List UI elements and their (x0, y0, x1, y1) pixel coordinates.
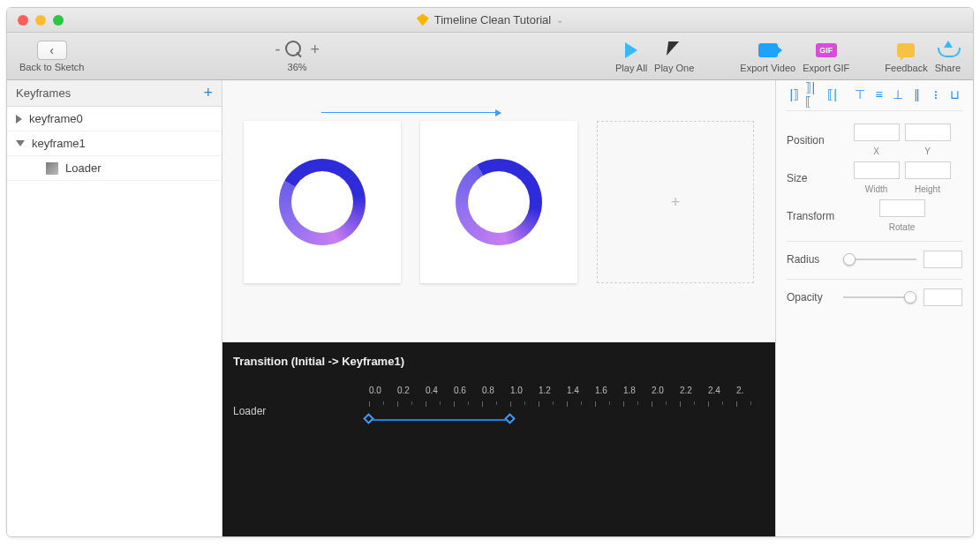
chevron-left-icon: ‹ (49, 43, 54, 57)
sidebar-child-loader[interactable]: Loader (7, 156, 222, 181)
position-y-input[interactable] (905, 124, 951, 141)
add-artboard-button[interactable]: + (597, 121, 754, 283)
timeline-segment[interactable] (369, 419, 510, 421)
sidebar-title: Keyframes (16, 86, 71, 100)
timeline-track-name[interactable]: Loader (233, 386, 369, 435)
align-middle-icon[interactable]: ≡ (871, 87, 886, 101)
align-left-icon[interactable]: |⟧ (787, 87, 802, 101)
distribute-spacing-icon[interactable]: ⊔ (947, 87, 962, 101)
ruler-tick: 2.4 (708, 386, 736, 401)
inspector-panel: |⟧ ⟧|⟦ ⟦| ⊤ ≡ ⊥ ‖ ⫶ ⊔ Position XY (775, 80, 973, 536)
loader-ring (456, 159, 542, 245)
app-body: Keyframes + keyframe0 keyframe1 Loader (7, 80, 973, 536)
chevron-down-icon[interactable]: ⌄ (556, 15, 563, 25)
opacity-row: Opacity (787, 288, 962, 306)
height-input[interactable] (905, 161, 951, 179)
play-one-label: Play One (654, 63, 694, 73)
ruler-tick: 1.8 (623, 386, 652, 401)
export-video-group[interactable]: Export Video (740, 40, 795, 73)
toolbar: ‹ Back to Sketch - + 36% Play All Play O… (7, 33, 973, 80)
zoom-out-button[interactable]: - (275, 41, 280, 59)
distribute-v-icon[interactable]: ⫶ (928, 87, 943, 101)
sidebar-item-label: keyframe0 (29, 112, 83, 125)
divider (787, 279, 962, 280)
size-label: Size (787, 172, 836, 184)
transition-guide (321, 112, 498, 113)
align-right-icon[interactable]: ⟦| (825, 87, 840, 101)
play-one-group[interactable]: Play One (654, 40, 694, 73)
magnifier-icon[interactable] (285, 41, 305, 60)
radius-thumb[interactable] (843, 253, 856, 266)
play-all-group[interactable]: Play All (615, 40, 647, 73)
sidebar-item-keyframe0[interactable]: keyframe0 (7, 107, 222, 131)
share-group[interactable]: Share (935, 40, 961, 73)
timeline-title: Transition (Initial -> Keyframe1) (233, 355, 765, 368)
layer-icon (46, 162, 58, 175)
add-keyframe-button[interactable]: + (203, 84, 213, 102)
divider (787, 241, 962, 242)
size-row: Size WidthHeight (787, 161, 962, 194)
minimize-window-button[interactable] (35, 15, 46, 26)
ruler-tick: 0.6 (454, 386, 482, 401)
app-window: Timeline Clean Tutorial ⌄ ‹ Back to Sket… (6, 7, 974, 537)
rotate-input[interactable] (879, 199, 925, 217)
ruler-tick: 2.0 (652, 386, 680, 401)
gif-icon: GIF (816, 43, 837, 57)
opacity-slider[interactable] (843, 291, 916, 303)
export-gif-group[interactable]: GIF Export GIF (803, 40, 849, 73)
height-sublabel: Height (905, 184, 951, 194)
sidebar-item-label: keyframe1 (32, 137, 86, 150)
width-sublabel: Width (854, 184, 900, 194)
cursor-icon (667, 41, 682, 59)
loader-ring (279, 159, 366, 245)
zoom-in-button[interactable]: + (310, 41, 320, 59)
sidebar-item-keyframe1[interactable]: keyframe1 (7, 131, 222, 156)
align-center-h-icon[interactable]: ⟧|⟦ (805, 87, 820, 101)
timeline-ruler: 0.00.20.40.60.81.01.21.41.61.82.02.22.42… (369, 386, 765, 401)
expand-icon[interactable] (16, 115, 22, 124)
ruler-tick: 1.4 (567, 386, 595, 401)
collapse-icon[interactable] (16, 140, 25, 146)
opacity-thumb[interactable] (904, 291, 916, 303)
position-x-input[interactable] (854, 124, 900, 141)
ruler-tick: 0.2 (397, 386, 426, 401)
radius-slider[interactable] (843, 253, 916, 266)
artboard-initial[interactable] (244, 121, 401, 283)
feedback-group[interactable]: Feedback (885, 40, 927, 73)
sidebar-child-label: Loader (65, 161, 101, 175)
ruler-tick: 1.0 (510, 386, 539, 401)
share-label: Share (935, 63, 961, 73)
timeline-track[interactable] (369, 414, 765, 435)
titlebar: Timeline Clean Tutorial ⌄ (7, 8, 973, 33)
opacity-label: Opacity (787, 291, 836, 303)
zoom-controls: - + (275, 41, 320, 60)
opacity-input[interactable] (923, 288, 962, 306)
ruler-tick: 2.2 (680, 386, 708, 401)
back-label: Back to Sketch (19, 62, 84, 72)
zoom-percent: 36% (288, 62, 307, 72)
artboard-keyframe1[interactable] (420, 121, 577, 283)
export-gif-label: Export GIF (803, 63, 849, 73)
maximize-window-button[interactable] (53, 15, 64, 26)
timeline-ruler-area[interactable]: 0.00.20.40.60.81.01.21.41.61.82.02.22.42… (369, 386, 765, 435)
export-video-label: Export Video (740, 63, 795, 73)
video-icon (758, 43, 778, 57)
ruler-tick: 0.8 (482, 386, 510, 401)
width-input[interactable] (854, 161, 900, 179)
ruler-tick: 1.6 (595, 386, 623, 401)
feedback-label: Feedback (885, 63, 927, 73)
align-bottom-icon[interactable]: ⊥ (890, 87, 905, 101)
align-top-icon[interactable]: ⊤ (852, 87, 867, 101)
sidebar-header: Keyframes + (7, 80, 222, 107)
transform-row: Transform Rotate (787, 199, 962, 232)
back-button[interactable]: ‹ (37, 41, 67, 60)
close-window-button[interactable] (18, 15, 28, 26)
artboards-row[interactable]: + (222, 80, 775, 342)
sketch-file-icon (417, 14, 429, 26)
distribute-h-icon[interactable]: ‖ (909, 87, 924, 101)
radius-input[interactable] (923, 251, 962, 268)
cloud-upload-icon (938, 43, 957, 57)
ruler-tick: 0.4 (426, 386, 454, 401)
keyframe-marker-end[interactable] (504, 413, 516, 424)
radius-row: Radius (787, 251, 962, 268)
